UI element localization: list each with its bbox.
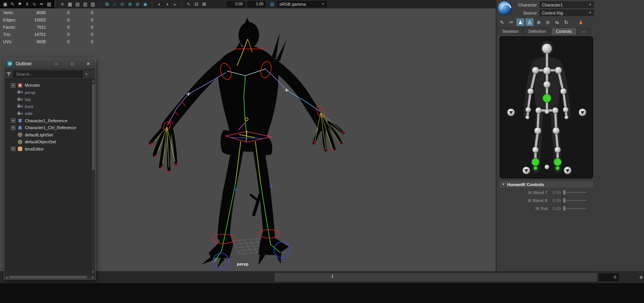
snap-curve-icon[interactable]: ∩ [111,1,118,8]
outliner-titlebar[interactable]: M Outliner – □ ✕ [4,58,95,70]
slider-thumb[interactable] [563,198,566,203]
timeline-options-icon[interactable]: ◈ [639,274,643,280]
source-select[interactable]: Control Rig ▼ [540,10,594,16]
slider-value[interactable]: 0.00 [548,198,563,203]
snap-grid-icon[interactable]: ⊞ [103,1,111,8]
ik-pull-slider[interactable] [563,206,587,211]
render-mode-icon[interactable]: ▧ [89,1,97,8]
hierarchy-mode-icon[interactable]: ≡ [58,1,66,8]
gamma-dropdown[interactable]: sRGB gamma ▼ [277,1,327,7]
render-settings-icon[interactable]: ◒ [171,1,178,8]
left-wrist-control[interactable] [526,107,531,112]
left-ankle-control[interactable] [532,147,539,153]
skeleton-view-icon[interactable]: ♟ [516,18,524,26]
quick-select-icon[interactable]: ✑ [507,18,515,26]
numeric-field-b[interactable]: 1.00 [247,1,266,7]
outliner-item-character1-reference[interactable]: + Character1_Reference [4,117,95,125]
right-hip-control[interactable] [552,107,558,113]
input-operations-icon[interactable]: ⊟ [193,1,200,8]
outliner-item-timeeditor[interactable]: + timeEditor [4,146,95,153]
lattice-icon[interactable]: # [23,1,31,8]
search-input[interactable] [13,71,83,78]
component-mode-icon[interactable]: ▤ [74,1,81,8]
bottom-arrow-right-button[interactable] [564,167,571,174]
character-body-map[interactable] [500,36,593,178]
right-wrist-control[interactable] [563,107,568,112]
left-foot-effector-selected[interactable] [532,158,539,166]
make-live-icon[interactable]: ◉ [141,1,149,8]
left-knee-control[interactable] [534,127,541,134]
outliner-item-monster[interactable]: + Monster [4,82,95,89]
left-hip-control[interactable] [535,107,542,113]
side-arrow-right-button[interactable] [579,109,586,116]
filter-icon[interactable] [6,72,11,76]
head-control[interactable] [542,44,552,53]
right-ankle-control[interactable] [555,147,561,153]
outliner-item-defaultobjectset[interactable]: defaultObjectSet [4,138,95,146]
bottom-arrow-left-button[interactable] [522,167,530,174]
snap-projected-icon[interactable]: ⊕ [126,1,134,8]
root-control[interactable] [545,165,549,169]
scrollbar-thumb[interactable] [92,84,95,170]
ipr-render-icon[interactable]: ◑ [163,1,171,8]
add-character-icon[interactable]: ⊕ [535,18,543,26]
scroll-right-icon[interactable]: ▶ [91,276,95,279]
pelvis-control[interactable] [545,109,549,114]
flag-icon[interactable]: ⚑ [16,1,23,8]
tab-definition[interactable]: Definition [524,28,551,35]
scroll-down-icon[interactable]: ▼ [92,270,94,274]
render-icon[interactable]: ◐ [156,1,163,8]
maximize-button[interactable]: □ [70,61,75,66]
scroll-left-icon[interactable]: ◀ [4,276,9,279]
snap-point-icon[interactable]: ⊙ [118,1,126,8]
right-foot-effector-selected[interactable] [554,158,561,166]
pen-tool-icon[interactable]: ✎ [9,1,16,8]
mirror-icon[interactable]: ⇋ [553,18,561,26]
spine-control[interactable] [543,81,550,88]
right-elbow-control[interactable] [560,88,566,94]
right-knee-control[interactable] [553,127,560,134]
right-shoulder-control[interactable] [555,67,562,74]
snap-plane-icon[interactable]: ⊘ [134,1,141,8]
outliner-item-persp[interactable]: persp [4,89,95,96]
outliner-item-character1-ctrl-reference[interactable]: + Character1_Ctrl_Reference [4,124,95,131]
character-select[interactable]: Character1 ▼ [540,2,594,8]
object-mode-icon[interactable]: ▦ [66,1,74,8]
left-elbow-control[interactable] [527,88,534,94]
marker-icon[interactable]: ▨ [45,1,53,8]
ik-blend-r-slider[interactable] [563,198,587,203]
outliner-item-top[interactable]: top [4,96,95,103]
humanik-controls-section-header[interactable]: ▼ HumanIK Controls [500,181,594,188]
side-arrow-left-button[interactable] [507,109,515,116]
hips-effector-selected[interactable] [543,94,551,102]
outliner-horizontal-scrollbar[interactable]: ◀ ▶ [4,274,95,279]
select-mask-icon[interactable]: ▣ [2,1,9,8]
slider-value[interactable]: 0.00 [548,190,563,195]
tab-controls[interactable]: Controls [551,28,577,35]
right-hand-control[interactable] [565,115,568,119]
slider-thumb[interactable] [563,206,566,211]
slider-value[interactable]: 0.00 [548,206,563,211]
chevron-down-icon[interactable]: ▼ [85,73,88,76]
lock-icon[interactable]: ⊘ [544,18,552,26]
expand-toggle[interactable]: + [11,118,15,123]
close-button[interactable]: ✕ [86,61,91,66]
tab-extra[interactable]: --- [577,28,591,35]
chest-control[interactable] [543,67,551,75]
paint-tool-icon[interactable]: ✏ [38,1,45,8]
expand-toggle[interactable]: + [11,147,15,151]
curve-icon[interactable]: ∿ [31,1,38,8]
minimize-button[interactable]: – [54,61,59,66]
time-slider[interactable]: 1 [274,273,597,282]
frame-field[interactable]: 0 [599,274,619,281]
numeric-field-a[interactable]: 0.00 [227,1,245,7]
scrollbar-thumb[interactable] [9,276,87,279]
outliner-item-defaultlightset[interactable]: defaultLightSet [4,131,95,139]
control-rig-icon[interactable]: ♙ [526,18,534,26]
anim-mode-icon[interactable]: ▥ [81,1,89,8]
slider-thumb[interactable] [563,190,566,195]
expand-toggle[interactable]: + [11,83,15,87]
scroll-up-icon[interactable]: ▲ [92,79,94,83]
outliner-item-side[interactable]: side [4,110,95,117]
edit-definition-icon[interactable]: ✎ [498,18,506,26]
